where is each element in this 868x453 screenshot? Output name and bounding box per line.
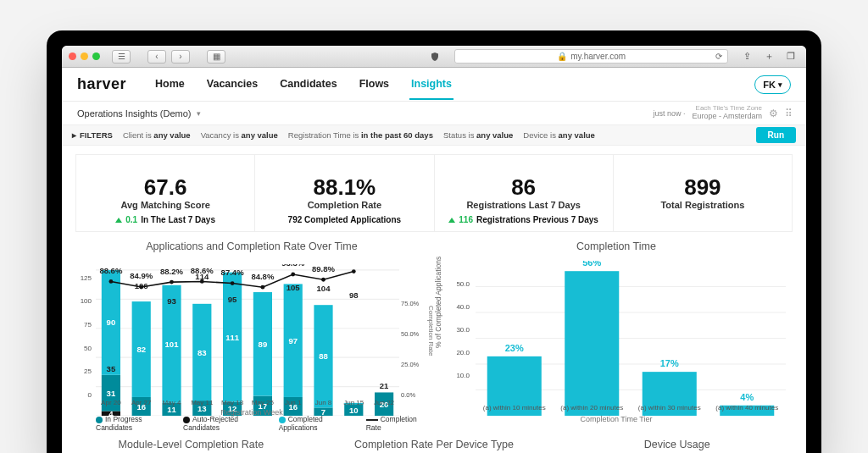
privacy-shield-icon[interactable]	[426, 50, 444, 64]
svg-point-69	[261, 285, 265, 290]
up-arrow-icon	[448, 218, 455, 223]
reload-icon[interactable]: ⟳	[715, 52, 722, 61]
svg-text:95.2%: 95.2%	[342, 264, 366, 265]
filter-vacancy[interactable]: Vacancy is any value	[201, 130, 278, 140]
nav-flows[interactable]: Flows	[358, 69, 391, 100]
nav-candidates[interactable]: Candidates	[278, 69, 338, 100]
settings-icon[interactable]: ⚙	[769, 108, 778, 119]
filter-status[interactable]: Status is any value	[443, 130, 513, 140]
svg-text:4%: 4%	[740, 392, 754, 402]
user-menu[interactable]: FK ▾	[754, 75, 791, 94]
brand-logo: harver	[77, 75, 126, 93]
browser-chrome: ☰ ‹ › ▦ 🔒 my.harver.com ⟳ ⇪ ＋ ❐	[62, 46, 806, 68]
svg-text:104: 104	[317, 284, 331, 293]
svg-text:90: 90	[107, 318, 116, 327]
minimize-window-icon[interactable]	[81, 52, 88, 60]
svg-text:87.4%: 87.4%	[221, 268, 245, 277]
filters-toggle[interactable]: ▸ FILTERS	[72, 130, 113, 140]
run-button[interactable]: Run	[756, 127, 796, 143]
svg-text:93.3%: 93.3%	[281, 264, 305, 268]
kpi-delta: 0.1 In The Last 7 Days	[115, 215, 215, 224]
svg-text:88.6%: 88.6%	[99, 266, 123, 275]
kpi-delta: 116 Registrations Previous 7 Days	[448, 215, 598, 224]
share-icon[interactable]: ⇪	[738, 50, 755, 64]
chevron-down-icon: ▾	[778, 80, 782, 89]
svg-text:101: 101	[165, 340, 180, 349]
bottom-panel-titles: Module-Level Completion Rate Completion …	[75, 439, 793, 450]
timezone-display: Each Tile's Time Zone Europe - Amsterdam	[692, 105, 762, 121]
last-updated: just now ·	[653, 109, 685, 118]
svg-text:31: 31	[107, 389, 116, 398]
svg-text:84.9%: 84.9%	[130, 271, 153, 280]
lock-icon: 🔒	[557, 52, 567, 61]
svg-text:88.2%: 88.2%	[160, 267, 184, 276]
svg-text:35: 35	[107, 364, 116, 373]
svg-point-67	[200, 279, 204, 284]
tab-overview-icon[interactable]: ▦	[207, 50, 225, 64]
chart-completion-time: % of Completed Applications 10.020.030.0…	[440, 256, 793, 432]
svg-text:83: 83	[198, 348, 207, 357]
svg-text:84.8%: 84.8%	[251, 272, 275, 281]
kpi-total-reg: 899 Total Registrations	[614, 155, 792, 231]
svg-text:89: 89	[259, 340, 268, 349]
user-initials: FK	[763, 80, 776, 90]
svg-text:128: 128	[256, 264, 270, 265]
back-button[interactable]: ‹	[147, 50, 166, 64]
kpi-avg-matching: 67.6 Avg Matching Score 0.1 In The Last …	[76, 155, 255, 231]
svg-point-65	[139, 285, 143, 290]
svg-point-71	[321, 278, 326, 282]
svg-text:89.8%: 89.8%	[312, 264, 336, 273]
nav-vacancies[interactable]: Vacancies	[205, 69, 259, 100]
kpi-reg-7days: 86 Registrations Last 7 Days 116 Registr…	[435, 155, 614, 231]
forward-button[interactable]: ›	[171, 50, 190, 64]
svg-text:23%: 23%	[505, 343, 524, 353]
chart-legend: In Progress Candidates Auto-Rejected Can…	[96, 415, 428, 432]
svg-point-72	[352, 269, 356, 273]
svg-text:98: 98	[349, 290, 359, 300]
dashboard-selector[interactable]: Operations Insights (Demo) ▾	[77, 108, 201, 119]
sidebar-toggle-icon[interactable]: ☰	[112, 50, 131, 64]
new-tab-icon[interactable]: ＋	[760, 50, 777, 64]
filter-client[interactable]: Client is any value	[123, 130, 191, 140]
more-icon[interactable]: ⠿	[785, 108, 791, 119]
svg-rect-80	[565, 271, 619, 416]
nav-home[interactable]: Home	[153, 69, 186, 100]
svg-text:21: 21	[380, 381, 389, 390]
kpi-row: 67.6 Avg Matching Score 0.1 In The Last …	[75, 154, 793, 232]
svg-point-64	[109, 279, 114, 284]
panel-completion-time: Completion Time % of Completed Applicati…	[440, 240, 793, 432]
maximize-window-icon[interactable]	[92, 52, 100, 60]
svg-text:95: 95	[228, 295, 237, 304]
svg-text:111: 111	[225, 333, 240, 342]
svg-text:88.6%: 88.6%	[191, 266, 214, 275]
panel-apps-over-time: Applications and Completion Rate Over Ti…	[75, 240, 428, 432]
svg-text:56%: 56%	[582, 261, 601, 268]
svg-point-68	[231, 281, 235, 285]
address-bar[interactable]: 🔒 my.harver.com ⟳	[454, 49, 728, 64]
filter-bar: ▸ FILTERS Client is any value Vacancy is…	[62, 125, 806, 146]
svg-point-70	[291, 273, 295, 277]
url-host: my.harver.com	[570, 52, 626, 61]
svg-text:97: 97	[288, 336, 298, 345]
svg-point-66	[170, 280, 174, 285]
up-arrow-icon	[115, 218, 122, 223]
svg-text:82: 82	[136, 345, 146, 354]
dashboard: 67.6 Avg Matching Score 0.1 In The Last …	[62, 146, 806, 453]
svg-text:17%: 17%	[660, 358, 679, 368]
svg-text:105: 105	[287, 283, 301, 292]
chart-apps-over-time: 0255075100125 0.0%25.0%50.0%75.0% Comple…	[75, 256, 428, 432]
top-nav: harver Home Vacancies Candidates Flows I…	[62, 68, 806, 102]
kpi-completion-rate: 88.1% Completion Rate 792 Completed Appl…	[255, 155, 434, 231]
svg-text:93: 93	[167, 296, 176, 306]
nav-insights[interactable]: Insights	[409, 69, 453, 100]
close-window-icon[interactable]	[69, 52, 76, 60]
tabs-icon[interactable]: ❐	[782, 50, 799, 64]
filter-regtime[interactable]: Registration Time is in the past 60 days	[288, 130, 433, 140]
svg-text:88: 88	[319, 351, 328, 361]
filter-device[interactable]: Device is any value	[523, 130, 595, 140]
